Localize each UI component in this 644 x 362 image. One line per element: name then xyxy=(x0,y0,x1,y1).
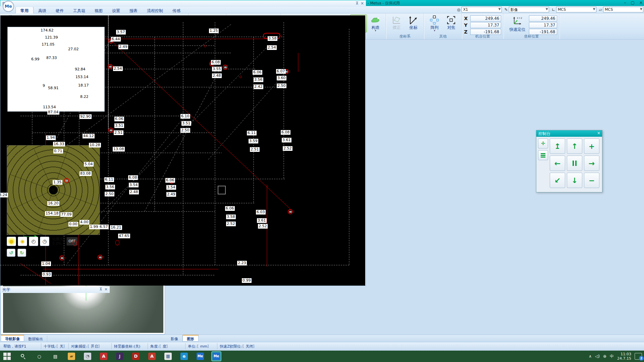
dimension-label: 113.54 xyxy=(42,105,57,110)
minimize-button[interactable]: – xyxy=(624,0,626,5)
combo-mcs-2[interactable]: ∟ MCS▼ xyxy=(552,7,596,12)
svg-text:X Y Z: X Y Z xyxy=(517,17,522,19)
feature-marker[interactable] xyxy=(223,65,228,70)
pause-button[interactable] xyxy=(567,156,582,171)
segment-light-button[interactable]: ◴ xyxy=(29,237,38,246)
combo-mcs-3[interactable]: ▱ MCS▼ xyxy=(599,7,643,12)
optics-title: 光学 xyxy=(2,287,10,292)
taskbar-icon-D-8[interactable]: D xyxy=(131,352,140,361)
taskbar-icon-A-9[interactable]: A xyxy=(148,352,156,361)
quick-position-button[interactable]: X Y Z快速定位 xyxy=(505,14,529,33)
app-logo[interactable]: Me xyxy=(3,1,14,12)
jog-up-button[interactable]: ↑ xyxy=(567,138,582,154)
dock-tab-影像[interactable]: 影像 xyxy=(167,336,182,342)
ribbon-button-coord[interactable]: 坐标 xyxy=(405,14,422,30)
status-item-4[interactable]: 角度:〖度〗 xyxy=(150,344,170,349)
network-icon[interactable]: ⊕ xyxy=(603,354,606,359)
status-item-3[interactable]: 转至极坐标:(关) xyxy=(114,344,140,349)
taskbar-icon-Me-12[interactable]: Me xyxy=(196,352,205,361)
segment-light-button-2[interactable]: ◷ xyxy=(40,237,49,246)
tray-chevron-icon[interactable]: ∧ xyxy=(589,354,592,359)
taskbar-icon-grid[interactable]: ▦ xyxy=(164,352,172,361)
combo-value[interactable]: X1▼ xyxy=(462,7,502,12)
dimension-label: 83.08 xyxy=(79,171,92,176)
dimension-label: 87.04 xyxy=(47,110,59,115)
ellipse-marker xyxy=(115,240,119,245)
dimension-label: 13.08 xyxy=(113,147,125,152)
ribbon-button-focus[interactable]: 对焦 xyxy=(443,14,460,30)
taskbar-icon-A-6[interactable]: A xyxy=(99,352,108,361)
taskbar-icon-start[interactable] xyxy=(3,352,11,361)
jog-down-slant-button[interactable]: ↙ xyxy=(550,173,565,188)
selection-handle[interactable] xyxy=(218,186,226,194)
console-titlebar[interactable]: 控制台 × xyxy=(536,130,602,137)
ring-light-button[interactable]: ◉ xyxy=(18,237,27,246)
jog-mode-icon[interactable]: ✛ xyxy=(538,138,548,148)
ribbon-button-align[interactable]: 摆正 xyxy=(388,14,405,30)
feature-marker[interactable] xyxy=(288,209,293,214)
ribbon-button-array[interactable]: 阵列▾ xyxy=(426,14,443,32)
ring-light-on-button[interactable]: ● xyxy=(7,237,16,246)
redo-icon[interactable]: ↻ xyxy=(17,249,26,257)
dimension-label: 1.25 xyxy=(209,28,219,33)
taskbar-icon-clock[interactable]: ◔ xyxy=(83,352,92,361)
taskbar-icon-search[interactable] xyxy=(19,352,28,361)
dock-tab-图形[interactable]: 图形 xyxy=(182,335,199,342)
status-item-0[interactable]: 帮助，请按F1 xyxy=(3,344,26,349)
combo-value[interactable]: MCS▼ xyxy=(556,7,596,12)
ribbon-tab-row: 常用高级硬件工具箱视图设置报表流程控制传感 ◎ X1▼✎ 影像▼∟ MCS▼▱ … xyxy=(0,6,644,13)
jog-right-button[interactable]: → xyxy=(584,156,599,171)
feature-marker[interactable] xyxy=(108,128,113,133)
pin-icon[interactable]: ⊼ xyxy=(356,1,359,6)
combo-影像-1[interactable]: ✎ 影像▼ xyxy=(504,7,549,12)
jog-left-button[interactable]: ← xyxy=(550,156,565,171)
dimension-label: 6.06 xyxy=(253,70,262,75)
combo-x1-0[interactable]: ◎ X1▼ xyxy=(457,7,501,12)
close-icon[interactable]: × xyxy=(104,287,108,292)
chevron-down-icon[interactable]: ▼ xyxy=(498,7,501,11)
step-minus-button[interactable]: − xyxy=(584,173,599,188)
chevron-down-icon[interactable]: ▼ xyxy=(546,7,548,11)
jog-down-button[interactable]: ↓ xyxy=(567,173,582,188)
feature-marker[interactable] xyxy=(64,178,69,183)
notification-icon[interactable]: 2 xyxy=(635,353,642,360)
jog-up-limit-button[interactable]: ↥ xyxy=(550,138,565,154)
chevron-down-icon[interactable]: ▼ xyxy=(640,7,642,11)
console-title: 控制台 xyxy=(538,131,550,136)
maximize-button[interactable]: ▢ xyxy=(631,0,635,5)
combo-value[interactable]: 影像▼ xyxy=(509,7,549,12)
status-item-2[interactable]: 对象捕捉:〖开启〗 xyxy=(71,344,102,349)
dimension-label: 2.23 xyxy=(237,261,247,265)
feature-marker[interactable] xyxy=(108,64,113,69)
close-button[interactable]: × xyxy=(639,0,643,5)
ime-indicator[interactable]: 中 xyxy=(610,354,614,359)
status-item-6[interactable]: 快速Z软限位:〖关闭〗 xyxy=(220,344,257,349)
feature-marker[interactable] xyxy=(59,255,64,260)
ribbon-button-cloud[interactable]: x构造▾ xyxy=(367,14,384,32)
dimension-label: 6.08 xyxy=(211,60,221,65)
chevron-down-icon[interactable]: ▼ xyxy=(593,7,595,11)
status-item-1[interactable]: 十字线:〖关〗 xyxy=(44,344,67,349)
pin-icon[interactable]: ⊼ xyxy=(99,287,102,292)
close-icon[interactable]: × xyxy=(361,1,364,6)
taskbar-icon-e-11[interactable]: e xyxy=(180,352,189,361)
status-item-5[interactable]: 单位:〖mm〗 xyxy=(188,344,211,349)
dimension-label: 3.58 xyxy=(268,36,277,41)
taskbar-icon-J-7[interactable]: J xyxy=(115,352,124,361)
taskbar-clock[interactable]: 11:03 24.7.15 xyxy=(617,352,631,361)
dock-tab-数据输出[interactable]: 数据输出 xyxy=(24,336,47,342)
close-icon[interactable]: × xyxy=(597,131,600,135)
taskbar-icon-Me-13[interactable]: Me xyxy=(212,352,221,361)
volume-icon[interactable]: ◁) xyxy=(595,354,600,359)
dimension-label: 9 xyxy=(42,83,46,88)
taskbar-icon-taskview[interactable]: ▤ xyxy=(51,352,60,361)
feature-marker[interactable] xyxy=(98,255,103,260)
undo-icon[interactable]: ↺ xyxy=(7,249,15,257)
step-plus-button[interactable]: + xyxy=(584,138,599,154)
taskbar-icon-ring[interactable]: ○ xyxy=(35,352,44,361)
axis-list-icon[interactable] xyxy=(538,150,548,160)
combo-value[interactable]: MCS▼ xyxy=(603,7,643,12)
dock-tab-导航影像[interactable]: 导航影像 xyxy=(1,335,24,342)
dimension-label: 1.94 xyxy=(46,135,56,140)
taskbar-icon-folder[interactable]: ▰ xyxy=(67,352,76,361)
